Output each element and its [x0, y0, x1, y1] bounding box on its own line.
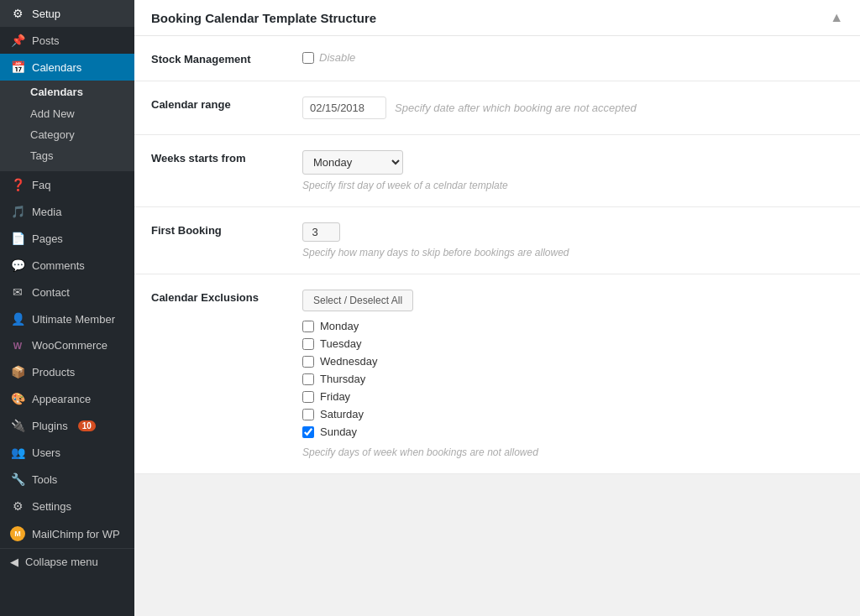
sidebar-item-ultimate-member[interactable]: 👤 Ultimate Member — [0, 305, 134, 332]
posts-icon: 📌 — [10, 34, 25, 47]
calendar-exclusions-hint: Specify days of week when bookings are n… — [302, 446, 843, 458]
calendar-range-input[interactable] — [302, 97, 386, 119]
exclusion-thursday-label: Thursday — [320, 373, 365, 385]
media-icon: 🎵 — [10, 205, 25, 218]
booking-calendar-section: Booking Calendar Template Structure ▲ St… — [134, 0, 860, 474]
exclusion-wednesday-label: Wednesday — [320, 355, 377, 368]
users-icon: 👥 — [10, 446, 25, 459]
exclusion-monday-checkbox[interactable] — [302, 321, 314, 332]
calendar-exclusions-label: Calendar Exclusions — [151, 290, 302, 304]
mailchimp-icon: M — [10, 526, 25, 541]
sidebar-item-category[interactable]: Category — [0, 124, 134, 145]
exclusion-saturday-label: Saturday — [320, 408, 364, 420]
exclusion-thursday-checkbox[interactable] — [302, 373, 314, 385]
plugins-icon: 🔌 — [10, 419, 25, 432]
first-booking-label: First Booking — [151, 222, 302, 237]
exclusion-sunday-label: Sunday — [320, 425, 357, 438]
sidebar-item-settings[interactable]: ⚙ Settings — [0, 493, 134, 519]
plugins-badge: 10 — [78, 420, 96, 431]
first-booking-input[interactable] — [302, 222, 340, 242]
contact-icon: ✉ — [10, 285, 25, 299]
first-booking-hint: Specify how many days to skip before boo… — [302, 247, 843, 258]
calendars-sub-heading: Calendars — [0, 81, 134, 103]
exclusion-friday: Friday — [302, 390, 843, 403]
calendar-range-hint: Specify date after which booking are not… — [395, 102, 637, 114]
setup-icon: ⚙ — [10, 7, 25, 20]
sidebar-item-calendars[interactable]: 📅 Calendars — [0, 54, 134, 81]
weeks-starts-from-select[interactable]: Monday Tuesday Wednesday Thursday Friday… — [302, 150, 403, 175]
exclusion-wednesday-checkbox[interactable] — [302, 356, 314, 368]
sidebar-item-setup[interactable]: ⚙ Setup — [0, 0, 134, 27]
sidebar-item-contact[interactable]: ✉ Contact — [0, 279, 134, 305]
calendar-exclusions-row: Calendar Exclusions Select / Deselect Al… — [134, 274, 860, 474]
collapse-menu-button[interactable]: ◀ Collapse menu — [0, 548, 134, 575]
main-content: Booking Calendar Template Structure ▲ St… — [134, 0, 860, 616]
first-booking-control: Specify how many days to skip before boo… — [302, 222, 843, 258]
appearance-icon: 🎨 — [10, 392, 25, 405]
section-title: Booking Calendar Template Structure — [151, 11, 376, 25]
calendar-range-row: Calendar range Specify date after which … — [134, 81, 860, 135]
stock-management-row: Stock Management Disable — [134, 36, 860, 81]
stock-management-label: Stock Management — [151, 51, 302, 65]
exclusion-sunday: Sunday — [302, 425, 843, 438]
weeks-starts-from-label: Weeks starts from — [151, 150, 302, 164]
exclusion-saturday-checkbox[interactable] — [302, 409, 314, 420]
sidebar-item-tools[interactable]: 🔧 Tools — [0, 466, 134, 493]
sidebar: ⚙ Setup 📌 Posts 📅 Calendars Calendars Ad… — [0, 0, 134, 616]
sidebar-item-comments[interactable]: 💬 Comments — [0, 252, 134, 279]
woocommerce-icon: W — [10, 341, 25, 351]
sidebar-item-woocommerce[interactable]: W WooCommerce — [0, 332, 134, 358]
calendar-range-control: Specify date after which booking are not… — [302, 97, 843, 119]
calendar-range-label: Calendar range — [151, 97, 302, 111]
exclusion-monday: Monday — [302, 320, 843, 332]
stock-management-checkbox-label: Disable — [319, 51, 355, 64]
sidebar-item-faq[interactable]: ❓ Faq — [0, 171, 134, 198]
sidebar-item-posts[interactable]: 📌 Posts — [0, 27, 134, 54]
tools-icon: 🔧 — [10, 472, 25, 486]
exclusion-tuesday-label: Tuesday — [320, 337, 361, 350]
weeks-starts-from-hint: Specify first day of week of a celndar t… — [302, 180, 843, 191]
exclusion-saturday: Saturday — [302, 408, 843, 420]
calendars-icon: 📅 — [10, 60, 25, 74]
exclusion-checkboxes: Monday Tuesday Wednesday Thursday — [302, 320, 843, 438]
ultimate-member-icon: 👤 — [10, 312, 25, 326]
section-collapse-button[interactable]: ▲ — [830, 10, 843, 25]
section-header: Booking Calendar Template Structure ▲ — [134, 0, 860, 36]
date-row: Specify date after which booking are not… — [302, 97, 843, 119]
calendar-exclusions-control: Select / Deselect All Monday Tuesday Wed… — [302, 290, 843, 458]
weeks-starts-from-row: Weeks starts from Monday Tuesday Wednesd… — [134, 135, 860, 207]
exclusion-thursday: Thursday — [302, 373, 843, 385]
products-icon: 📦 — [10, 365, 25, 378]
exclusion-tuesday-checkbox[interactable] — [302, 338, 314, 350]
settings-icon: ⚙ — [10, 499, 25, 513]
calendars-submenu: Calendars Add New Category Tags — [0, 81, 134, 171]
sidebar-item-appearance[interactable]: 🎨 Appearance — [0, 385, 134, 412]
sidebar-item-tags[interactable]: Tags — [0, 145, 134, 166]
exclusion-wednesday: Wednesday — [302, 355, 843, 368]
exclusion-sunday-checkbox[interactable] — [302, 426, 314, 438]
sidebar-item-mailchimp[interactable]: M MailChimp for WP — [0, 519, 134, 548]
sidebar-item-media[interactable]: 🎵 Media — [0, 198, 134, 225]
weeks-starts-from-control: Monday Tuesday Wednesday Thursday Friday… — [302, 150, 843, 191]
exclusion-friday-checkbox[interactable] — [302, 391, 314, 403]
sidebar-item-users[interactable]: 👥 Users — [0, 439, 134, 466]
first-booking-row: First Booking Specify how many days to s… — [134, 207, 860, 274]
exclusion-friday-label: Friday — [320, 390, 350, 403]
sidebar-item-pages[interactable]: 📄 Pages — [0, 225, 134, 252]
stock-management-checkbox[interactable] — [302, 52, 314, 64]
exclusion-tuesday: Tuesday — [302, 337, 843, 350]
exclusion-monday-label: Monday — [320, 320, 359, 332]
sidebar-item-plugins[interactable]: 🔌 Plugins 10 — [0, 412, 134, 439]
collapse-icon: ◀ — [10, 556, 18, 568]
sidebar-item-products[interactable]: 📦 Products — [0, 358, 134, 385]
faq-icon: ❓ — [10, 178, 25, 191]
stock-management-control: Disable — [302, 51, 843, 64]
select-deselect-all-button[interactable]: Select / Deselect All — [302, 290, 413, 311]
pages-icon: 📄 — [10, 232, 25, 245]
stock-management-checkbox-row: Disable — [302, 51, 843, 64]
comments-icon: 💬 — [10, 258, 25, 272]
sidebar-item-add-new[interactable]: Add New — [0, 103, 134, 124]
